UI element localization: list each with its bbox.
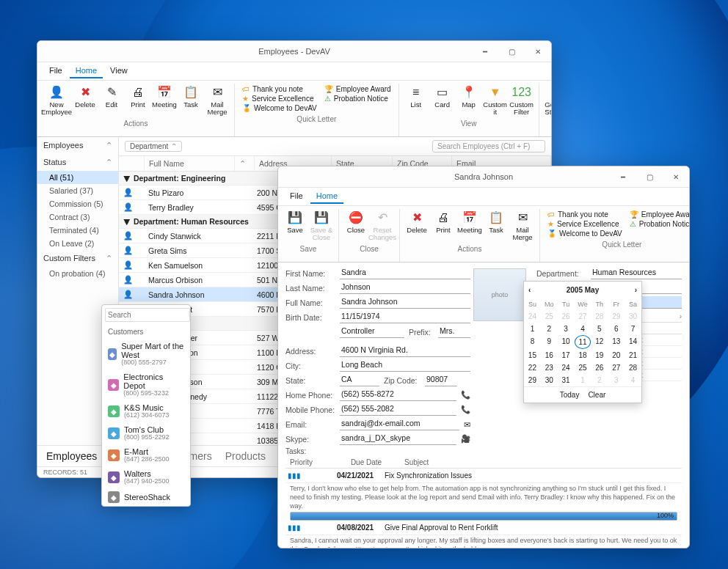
next-month-button[interactable]: › (635, 286, 637, 294)
calendar-day[interactable]: 3 (558, 323, 575, 335)
customer-search-input[interactable] (105, 308, 190, 322)
mail-merge-button[interactable]: ✉Mail Merge (510, 209, 535, 243)
ql-award[interactable]: 🏆Employee Award (630, 210, 690, 219)
ql-thank-you[interactable]: 🏷Thank you note (547, 210, 622, 219)
calendar-day[interactable]: 10 (558, 335, 575, 349)
calendar-day[interactable]: 22 (524, 361, 541, 374)
menu-file[interactable]: File (284, 189, 309, 204)
employee-photo[interactable]: photo (473, 268, 526, 321)
print-button[interactable]: 🖨Print (125, 84, 150, 110)
calendar-day[interactable]: 30 (541, 374, 558, 386)
search-input[interactable]: Search Employees (Ctrl + F) (432, 140, 545, 153)
sidebar-header-status[interactable]: Status⌃ (37, 154, 118, 171)
calendar-day[interactable]: 31 (558, 374, 575, 386)
ql-probation[interactable]: ⚠Probation Notice (324, 95, 391, 103)
full-name-field[interactable]: Sandra Johnson (340, 296, 470, 309)
map-view-button[interactable]: 📍Map (456, 84, 481, 110)
sidebar-filter[interactable]: On probation (4) (37, 267, 118, 280)
calendar-day[interactable]: 29 (608, 310, 625, 323)
calendar-day[interactable]: 12 (591, 335, 608, 349)
close-button[interactable]: ✕ (663, 166, 689, 187)
close-button-ribbon[interactable]: ⛔Close (343, 209, 368, 235)
customer-item[interactable]: ◆Tom's Club(800) 955-2292 (102, 422, 190, 444)
new-employee-button[interactable]: 👤New Employee (42, 84, 71, 118)
menu-file[interactable]: File (43, 64, 68, 78)
calendar-day[interactable]: 1 (524, 323, 541, 335)
ql-welcome[interactable]: 🏅Welcome to DevAV (547, 230, 622, 238)
calendar-day[interactable]: 16 (541, 349, 558, 361)
calendar-day[interactable]: 15 (524, 349, 541, 361)
last-name-field[interactable]: Johnson (340, 282, 470, 294)
calendar-day[interactable]: 26 (558, 310, 575, 323)
ql-service[interactable]: ★Service Excellence (547, 220, 622, 228)
getting-started-button[interactable]: ▶Getting Started (544, 84, 552, 118)
email-field[interactable]: sandraj@dx-email.com (340, 418, 459, 430)
calendar-day[interactable]: 28 (625, 361, 641, 374)
customer-item[interactable]: ◆Walters(847) 940-2500 (102, 466, 190, 488)
delete-button[interactable]: ✖Delete (404, 209, 429, 235)
calendar-day[interactable]: 30 (625, 310, 641, 323)
customer-item[interactable]: ◆K&S Music(612) 304-6073 (102, 400, 190, 422)
sidebar-item[interactable]: Commission (5) (37, 197, 118, 210)
titlebar[interactable]: Employees - DevAV ━ ▢ ✕ (37, 41, 551, 62)
calendar-day[interactable]: 25 (575, 361, 592, 374)
sidebar-header-filters[interactable]: Custom Filters⌃ (37, 250, 118, 267)
calendar-day[interactable]: 24 (524, 310, 541, 323)
card-view-button[interactable]: ▭Card (430, 84, 455, 110)
edit-button[interactable]: ✎Edit (99, 84, 124, 110)
city-field[interactable]: Long Beach (340, 359, 470, 372)
calendar-day[interactable]: 24 (558, 361, 575, 374)
ql-award[interactable]: 🏆Employee Award (324, 85, 391, 93)
calendar-day[interactable]: 27 (575, 310, 592, 323)
customer-item[interactable]: ◆StereoShack (102, 488, 190, 506)
menu-home[interactable]: Home (70, 64, 103, 78)
print-button[interactable]: 🖨Print (431, 209, 456, 235)
calendar-day[interactable]: 25 (541, 310, 558, 323)
group-by-pill[interactable]: Department⌃ (125, 141, 182, 152)
zip-field[interactable]: 90807 (425, 374, 457, 386)
ql-thank-you[interactable]: 🏷Thank you note (242, 85, 317, 93)
minimize-button[interactable]: ━ (472, 41, 498, 62)
customer-item[interactable]: ◆Super Mart of the West(800) 555-2797 (102, 339, 190, 370)
sidebar-item[interactable]: Terminated (4) (37, 224, 118, 237)
calendar-day[interactable]: 27 (608, 361, 625, 374)
ql-probation[interactable]: ⚠Probation Notice (630, 220, 690, 228)
calendar-day[interactable]: 7 (625, 323, 641, 335)
tab-employees[interactable]: Employees (46, 450, 97, 462)
customer-item[interactable]: ◆Electronics Depot(800) 595-3232 (102, 370, 190, 400)
date-picker[interactable]: ‹ 2005 May › SuMoTuWeThFrSa 242526272829… (523, 281, 642, 403)
list-view-button[interactable]: ≡List (404, 84, 429, 110)
calendar-day[interactable]: 3 (608, 374, 625, 386)
calendar-day[interactable]: 5 (591, 323, 608, 335)
menu-view[interactable]: View (104, 64, 134, 78)
sidebar-item[interactable]: Contract (3) (37, 210, 118, 224)
calendar-day[interactable]: 6 (608, 323, 625, 335)
customer-item[interactable]: ◆E-Mart(847) 286-2500 (102, 444, 190, 466)
calendar-day[interactable]: 1 (575, 374, 592, 386)
task-button[interactable]: 📋Task (484, 209, 509, 235)
calendar-day[interactable]: 4 (625, 374, 641, 386)
calendar-day[interactable]: 28 (591, 310, 608, 323)
calendar-day[interactable]: 2 (541, 323, 558, 335)
state-field[interactable]: CA (340, 374, 379, 386)
prefix-field[interactable]: Mrs. (438, 326, 470, 338)
sidebar-item[interactable]: All (51) (37, 171, 118, 184)
save-button[interactable]: 💾Save (283, 209, 307, 235)
tab-products[interactable]: Products (225, 450, 266, 462)
department-field[interactable]: Human Resources (591, 267, 682, 279)
sidebar-item[interactable]: On Leave (2) (37, 237, 118, 250)
sidebar-header-employees[interactable]: Employees⌃ (37, 137, 118, 154)
clear-button[interactable]: Clear (588, 391, 605, 399)
address-field[interactable]: 4600 N Virginia Rd. (340, 345, 470, 357)
calendar-day[interactable]: 9 (541, 335, 558, 349)
today-button[interactable]: Today (560, 391, 580, 399)
calendar-day[interactable]: 19 (591, 349, 608, 361)
birth-date-field[interactable]: 11/15/1974 (340, 311, 470, 323)
maximize-button[interactable]: ▢ (498, 41, 525, 62)
calendar-day[interactable]: 14 (625, 335, 641, 349)
maximize-button[interactable]: ▢ (636, 166, 663, 187)
meeting-button[interactable]: 📅Meeting (457, 209, 482, 235)
ql-welcome[interactable]: 🏅Welcome to DevAV (242, 104, 317, 112)
home-phone-field[interactable]: (562) 555-8272 (340, 389, 456, 401)
task-group[interactable]: ▮▮▮04/08/2021Give Final Approval to Rent… (285, 521, 682, 535)
